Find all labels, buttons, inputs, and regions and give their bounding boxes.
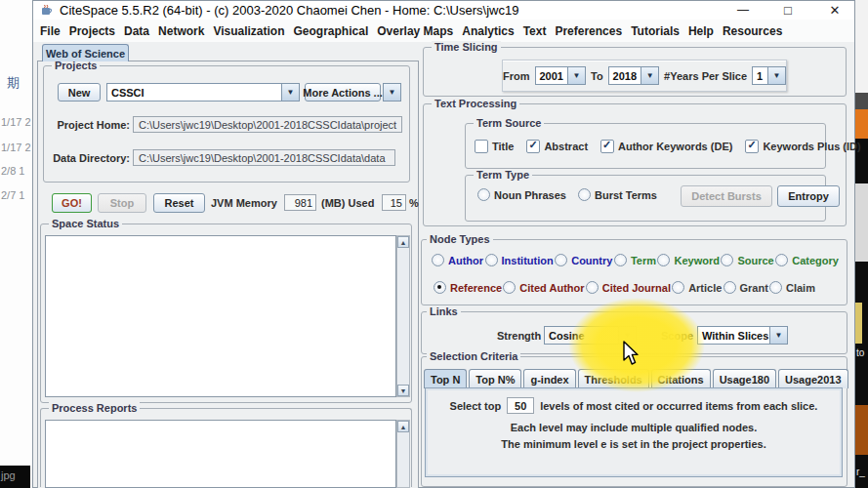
used-percent-field[interactable]: 15 <box>382 194 406 211</box>
radio-icon[interactable] <box>434 281 446 294</box>
scroll-down-icon[interactable]: ▼ <box>397 385 409 396</box>
node-type-country[interactable]: Country <box>555 254 612 266</box>
radio-icon[interactable] <box>555 254 567 266</box>
radio-icon[interactable] <box>723 281 736 294</box>
entropy-button[interactable]: Entropy <box>777 185 840 207</box>
screen: 期 1/17 2 1/17 2 2/8 1 2/7 1 jpg to r_ Ci… <box>0 0 868 488</box>
menu-help[interactable]: Help <box>688 24 714 38</box>
menu-data[interactable]: Data <box>124 24 149 38</box>
title-bar[interactable]: CiteSpace 5.5.R2 (64-bit) - (c) 2003-202… <box>33 1 854 20</box>
radio-icon[interactable] <box>477 188 490 201</box>
node-type-article[interactable]: Article <box>672 281 722 294</box>
node-type-grant[interactable]: Grant <box>723 281 768 294</box>
scroll-up-icon[interactable]: ▲ <box>397 421 409 432</box>
menu-projects[interactable]: Projects <box>69 24 115 38</box>
radio-icon[interactable] <box>485 254 498 266</box>
tab-g-index[interactable]: g-index <box>523 369 575 388</box>
menu-network[interactable]: Network <box>158 24 204 38</box>
time-slicing-title: Time Slicing <box>432 41 501 53</box>
radio-burst-terms[interactable]: Burst Terms <box>578 188 657 201</box>
checkbox-icon[interactable] <box>745 140 759 153</box>
radio-icon[interactable] <box>769 281 782 294</box>
to-year-select[interactable]: 2018 ▼ <box>608 66 659 85</box>
space-status-textarea[interactable] <box>45 235 396 397</box>
node-type-source[interactable]: Source <box>721 254 773 266</box>
radio-icon[interactable] <box>586 281 599 294</box>
radio-icon[interactable] <box>775 254 788 266</box>
menu-analytics[interactable]: Analytics <box>462 24 514 38</box>
checkbox-icon[interactable] <box>475 140 488 153</box>
left-panel: Web of Science Projects New CSSCI ▼ More… <box>37 42 419 488</box>
tab-top-n[interactable]: Top N <box>424 369 467 388</box>
term-type-panel: Term Type Noun Phrases Burst Terms Detec… <box>465 175 826 222</box>
process-reports-textarea[interactable] <box>45 420 396 488</box>
scroll-up-icon[interactable]: ▲ <box>397 236 409 248</box>
menu-file[interactable]: File <box>40 24 61 38</box>
background-block <box>855 303 862 344</box>
new-project-button[interactable]: New <box>58 83 101 102</box>
node-type-term[interactable]: Term <box>614 254 656 266</box>
chevron-down-icon[interactable]: ▼ <box>769 326 788 345</box>
top-n-input[interactable]: 50 <box>507 397 534 414</box>
radio-icon[interactable] <box>657 254 670 266</box>
detect-bursts-button[interactable]: Detect Bursts <box>681 185 772 207</box>
node-type-cited-author[interactable]: Cited Author <box>503 281 584 294</box>
node-type-institution[interactable]: Institution <box>485 254 554 266</box>
more-actions-button[interactable]: More Actions ... <box>305 83 381 102</box>
reset-button[interactable]: Reset <box>153 193 205 213</box>
radio-icon[interactable] <box>432 254 444 266</box>
chevron-down-icon[interactable]: ▼ <box>567 66 586 85</box>
scope-select[interactable]: Within Slices ▼ <box>697 326 788 345</box>
radio-icon[interactable] <box>614 254 627 266</box>
tab-top-n-percent[interactable]: Top N% <box>469 369 521 388</box>
node-type-claim[interactable]: Claim <box>769 281 815 294</box>
chevron-down-icon[interactable]: ▼ <box>641 66 659 85</box>
node-type-keyword[interactable]: Keyword <box>657 254 719 266</box>
node-type-reference[interactable]: Reference <box>434 281 502 294</box>
checkbox-keywords-plus[interactable]: Keywords Plus (ID) <box>745 140 860 153</box>
process-reports-scrollbar[interactable]: ▲ <box>396 420 410 488</box>
menu-resources[interactable]: Resources <box>723 24 782 38</box>
maximize-button[interactable]: □ <box>773 1 803 20</box>
stop-button[interactable]: Stop <box>98 193 146 213</box>
menu-visualization[interactable]: Visualization <box>213 24 284 38</box>
menu-geographical[interactable]: Geographical <box>294 24 369 38</box>
menu-text[interactable]: Text <box>523 24 547 38</box>
tab-usage2013[interactable]: Usage2013 <box>778 369 848 388</box>
chevron-down-icon[interactable]: ▼ <box>383 83 401 102</box>
minimize-button[interactable]: — <box>728 1 758 20</box>
menu-preferences[interactable]: Preferences <box>555 24 622 38</box>
radio-noun-phrases[interactable]: Noun Phrases <box>477 188 566 201</box>
checkbox-icon[interactable] <box>600 140 614 153</box>
jvm-memory-field[interactable]: 981 <box>284 194 316 211</box>
strength-label: Strength <box>497 330 541 342</box>
chevron-down-icon[interactable]: ▼ <box>767 66 786 85</box>
node-type-author[interactable]: Author <box>432 254 483 266</box>
radio-icon[interactable] <box>578 188 591 201</box>
radio-icon[interactable] <box>503 281 516 294</box>
go-button[interactable]: GO! <box>52 193 92 213</box>
chevron-down-icon[interactable]: ▼ <box>281 83 300 102</box>
node-type-category[interactable]: Category <box>775 254 839 266</box>
node-type-cited-journal[interactable]: Cited Journal <box>586 281 671 294</box>
project-home-field[interactable]: C:\Users\jwc19\Desktop\2001-2018CSSCIdat… <box>133 116 402 133</box>
radio-icon[interactable] <box>672 281 684 294</box>
from-year-select[interactable]: 2001 ▼ <box>535 66 586 85</box>
tab-usage180[interactable]: Usage180 <box>713 369 776 388</box>
tab-web-of-science[interactable]: Web of Science <box>42 44 129 61</box>
radio-icon[interactable] <box>721 254 733 266</box>
menu-overlay-maps[interactable]: Overlay Maps <box>377 24 453 38</box>
more-actions-dropdown[interactable]: ▼ <box>383 83 401 102</box>
space-status-scrollbar[interactable]: ▲ ▼ <box>396 235 410 397</box>
menu-tutorials[interactable]: Tutorials <box>631 24 680 38</box>
checkbox-title[interactable]: Title <box>475 140 514 153</box>
from-label: From <box>503 70 530 82</box>
checkbox-author-keywords[interactable]: Author Keywords (DE) <box>600 140 732 153</box>
close-button[interactable]: ✕ <box>820 1 849 20</box>
node-types-title: Node Types <box>427 233 493 245</box>
project-select[interactable]: CSSCI ▼ <box>106 83 300 102</box>
checkbox-icon[interactable] <box>526 140 540 153</box>
data-directory-field[interactable]: C:\Users\jwc19\Desktop\2001-2018CSSCIdat… <box>133 149 395 166</box>
years-per-slice-select[interactable]: 1 ▼ <box>752 66 786 85</box>
checkbox-abstract[interactable]: Abstract <box>526 140 588 153</box>
